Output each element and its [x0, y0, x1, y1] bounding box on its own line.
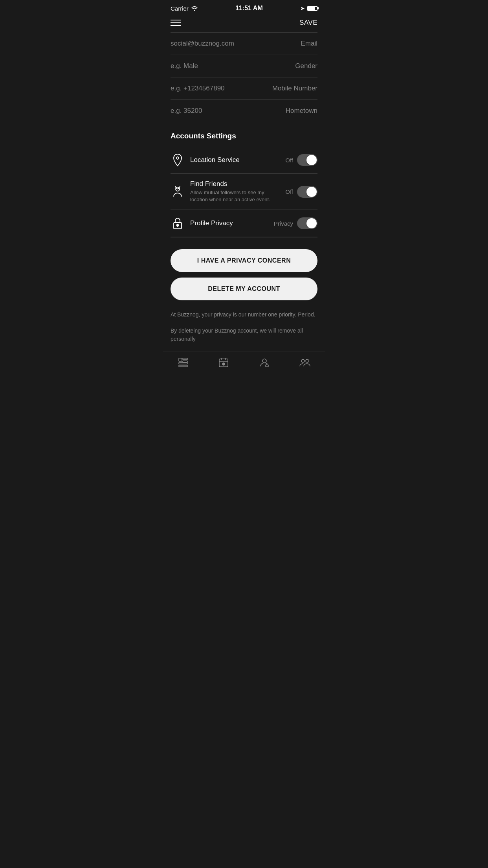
location-arrow-icon: ➤: [300, 5, 305, 11]
svg-point-17: [262, 359, 266, 363]
find-friends-title: Find Friends: [190, 180, 280, 188]
privacy-text-area: At Buzznog, your privacy is our number o…: [163, 307, 325, 347]
svg-rect-5: [179, 358, 182, 361]
svg-point-0: [176, 157, 179, 159]
field-value-email: social@buzznog.com: [171, 40, 234, 48]
bottom-nav: [163, 351, 325, 376]
status-bar: Carrier 11:51 AM ➤: [163, 0, 325, 15]
privacy-text-1: By deleteing your Buzznog account, we wi…: [163, 323, 325, 347]
privacy-text-0: At Buzznog, your privacy is our number o…: [163, 307, 325, 323]
form-field-email[interactable]: social@buzznog.comEmail: [163, 33, 325, 55]
field-label-mobile: Mobile Number: [272, 85, 317, 92]
form-field-mobile[interactable]: e.g. +1234567890Mobile Number: [163, 77, 325, 100]
svg-rect-9: [179, 365, 187, 367]
field-value-hometown: e.g. 35200: [171, 107, 202, 115]
friends-icon: [299, 357, 310, 368]
field-value-mobile: e.g. +1234567890: [171, 85, 225, 92]
wifi-icon: [191, 6, 198, 11]
field-label-hometown: Hometown: [286, 107, 317, 115]
find-friends-toggle[interactable]: [297, 186, 317, 198]
nav-item-profile[interactable]: [259, 357, 270, 368]
field-value-gender: e.g. Male: [171, 62, 198, 70]
svg-point-3: [177, 224, 179, 226]
form-fields: social@buzznog.comEmaile.g. MaleGendere.…: [163, 33, 325, 122]
feed-icon: [178, 357, 189, 368]
nav-item-feed[interactable]: [178, 357, 189, 368]
form-field-hometown[interactable]: e.g. 35200Hometown: [163, 100, 325, 122]
profile-privacy-right: Privacy: [274, 217, 317, 229]
find-friends-status: Off: [285, 188, 293, 195]
nav-item-friends[interactable]: [299, 357, 310, 368]
find-friends-content: Find FriendsAllow mutual followers to se…: [190, 180, 280, 203]
carrier-label: Carrier: [171, 5, 189, 12]
events-icon: [218, 357, 229, 368]
location-service-status: Off: [285, 157, 293, 164]
privacy-concern-button[interactable]: I HAVE A PRIVACY CONCERN: [171, 249, 317, 272]
profile-privacy-title: Profile Privacy: [190, 219, 268, 227]
location-service-right: Off: [285, 154, 317, 166]
field-label-gender: Gender: [295, 62, 317, 70]
location-service-content: Location Service: [190, 156, 280, 164]
svg-point-21: [301, 359, 305, 362]
save-button[interactable]: SAVE: [299, 19, 317, 27]
svg-rect-6: [183, 358, 187, 360]
settings-item-find-friends: Find FriendsAllow mutual followers to se…: [163, 174, 325, 210]
accounts-settings-heading: Accounts Settings: [163, 122, 325, 147]
find-friends-subtitle: Allow mutual followers to see my locatio…: [190, 189, 280, 203]
settings-list: Location ServiceOff Find FriendsAllow mu…: [163, 147, 325, 237]
profile-privacy-status: Privacy: [274, 220, 293, 227]
delete-account-button[interactable]: DELETE MY ACCOUNT: [171, 278, 317, 300]
profile-icon: [259, 357, 270, 368]
find-friends-icon: [171, 185, 185, 199]
action-buttons: I HAVE A PRIVACY CONCERN DELETE MY ACCOU…: [163, 237, 325, 307]
hamburger-menu-icon[interactable]: [171, 20, 181, 26]
location-service-toggle[interactable]: [297, 154, 317, 166]
settings-item-profile-privacy: Profile PrivacyPrivacy: [163, 210, 325, 237]
location-service-icon: [171, 153, 185, 167]
svg-rect-8: [179, 362, 187, 364]
svg-point-22: [306, 359, 309, 362]
settings-item-location-service: Location ServiceOff: [163, 147, 325, 174]
location-service-title: Location Service: [190, 156, 280, 164]
find-friends-right: Off: [285, 186, 317, 198]
profile-privacy-icon: [171, 216, 185, 230]
profile-privacy-content: Profile Privacy: [190, 219, 268, 227]
form-field-gender[interactable]: e.g. MaleGender: [163, 55, 325, 77]
profile-privacy-toggle[interactable]: [297, 217, 317, 229]
battery-icon: [307, 6, 317, 11]
nav-item-events[interactable]: [218, 357, 229, 368]
status-time: 11:51 AM: [235, 5, 263, 12]
svg-point-14: [222, 363, 225, 365]
field-label-email: Email: [301, 40, 317, 48]
header: SAVE: [163, 15, 325, 32]
status-left: Carrier: [171, 5, 198, 12]
status-right: ➤: [300, 5, 317, 11]
